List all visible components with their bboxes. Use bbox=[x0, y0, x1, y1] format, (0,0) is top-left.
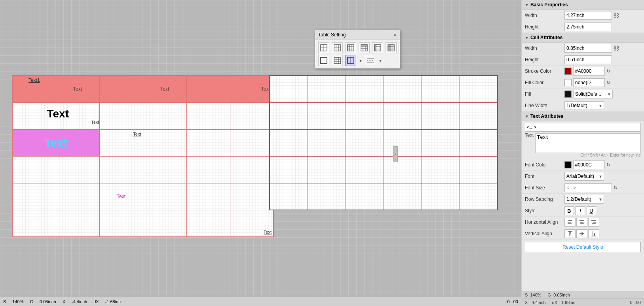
table-row[interactable]: Text bbox=[12, 210, 274, 237]
fill-color-swatch[interactable] bbox=[564, 79, 572, 86]
bold-button[interactable]: B bbox=[564, 206, 574, 215]
text-placeholder-input[interactable] bbox=[525, 123, 641, 132]
table-cell[interactable]: Text bbox=[12, 129, 99, 156]
table-icon-10[interactable] bbox=[365, 55, 376, 66]
cell-attributes-header[interactable]: ▼ Cell Attributes bbox=[522, 33, 644, 43]
table-icon-7[interactable] bbox=[318, 55, 329, 66]
font-select[interactable]: Arial(Default) bbox=[564, 172, 604, 181]
table-icon-3[interactable] bbox=[345, 42, 356, 53]
table-cell[interactable] bbox=[384, 183, 422, 210]
text-attributes-header[interactable]: ▼ Text Attributes bbox=[522, 111, 644, 121]
font-color-input[interactable] bbox=[573, 161, 605, 169]
table-cell[interactable]: Text bbox=[56, 76, 99, 102]
table-cell[interactable] bbox=[308, 129, 346, 156]
table-row[interactable] bbox=[270, 156, 498, 183]
table-cell[interactable] bbox=[270, 102, 308, 129]
table-cell[interactable] bbox=[460, 76, 498, 102]
table-cell[interactable] bbox=[384, 76, 422, 102]
icon-dropdown-2[interactable]: ▼ bbox=[378, 59, 382, 63]
right-table[interactable] bbox=[269, 75, 498, 210]
table-cell[interactable] bbox=[99, 102, 143, 129]
table-cell[interactable] bbox=[422, 102, 460, 129]
table-cell[interactable] bbox=[230, 183, 274, 210]
h-align-left-button[interactable] bbox=[564, 218, 576, 227]
height-input[interactable] bbox=[564, 23, 612, 31]
table-cell[interactable] bbox=[460, 129, 498, 156]
table-row[interactable] bbox=[270, 102, 498, 129]
table-cell[interactable] bbox=[422, 183, 460, 210]
table-cell[interactable] bbox=[308, 102, 346, 129]
table-cell[interactable]: Text bbox=[230, 210, 274, 237]
table-cell[interactable] bbox=[460, 102, 498, 129]
stroke-color-swatch[interactable] bbox=[564, 68, 572, 75]
table-cell[interactable] bbox=[384, 156, 422, 183]
table-cell[interactable] bbox=[186, 129, 230, 156]
text-textarea[interactable]: Text bbox=[535, 133, 641, 153]
table-cell[interactable] bbox=[230, 156, 274, 183]
table-cell[interactable] bbox=[12, 210, 56, 237]
table-cell[interactable] bbox=[186, 156, 230, 183]
table-cell[interactable] bbox=[270, 129, 308, 156]
table-row[interactable]: Text Text bbox=[12, 102, 274, 129]
h-align-right-button[interactable] bbox=[588, 218, 599, 227]
table-cell[interactable] bbox=[186, 183, 230, 210]
table-row[interactable]: Text bbox=[12, 183, 274, 210]
table-cell[interactable] bbox=[186, 76, 230, 102]
table-cell[interactable] bbox=[422, 156, 460, 183]
table-cell[interactable] bbox=[186, 102, 230, 129]
table-cell[interactable] bbox=[308, 183, 346, 210]
table-cell[interactable] bbox=[143, 156, 186, 183]
table-icon-4[interactable] bbox=[359, 42, 370, 53]
table-cell[interactable] bbox=[99, 76, 143, 102]
line-width-select[interactable]: 1(Default) bbox=[564, 101, 604, 110]
table-cell[interactable] bbox=[346, 129, 384, 156]
table-row[interactable]: Text Text bbox=[12, 129, 274, 156]
table-cell[interactable] bbox=[270, 183, 308, 210]
table-icon-8[interactable] bbox=[332, 55, 343, 66]
table-cell[interactable] bbox=[143, 210, 186, 237]
table-cell[interactable] bbox=[99, 156, 143, 183]
table-cell[interactable] bbox=[230, 102, 274, 129]
table-cell[interactable] bbox=[384, 129, 422, 156]
table-cell[interactable] bbox=[422, 76, 460, 102]
stroke-refresh-icon[interactable]: ↻ bbox=[606, 68, 610, 74]
cell-height-input[interactable] bbox=[564, 55, 612, 64]
width-input[interactable] bbox=[564, 11, 612, 20]
table-cell[interactable]: Text bbox=[143, 76, 186, 102]
table-cell[interactable] bbox=[422, 129, 460, 156]
table-row[interactable]: Text1 Text Text Text bbox=[12, 76, 274, 102]
table-setting-close-button[interactable]: × bbox=[393, 32, 397, 38]
h-align-center-button[interactable] bbox=[576, 218, 587, 227]
table-cell[interactable] bbox=[346, 156, 384, 183]
table-cell[interactable]: Text bbox=[99, 183, 143, 210]
table-cell[interactable] bbox=[99, 210, 143, 237]
font-color-refresh-icon[interactable]: ↻ bbox=[606, 162, 610, 168]
fill-type-swatch[interactable] bbox=[564, 91, 572, 98]
lock-icon[interactable]: ⛓ bbox=[614, 12, 619, 19]
table-cell[interactable] bbox=[346, 102, 384, 129]
reset-default-style-button[interactable]: Reset Default Style bbox=[525, 242, 641, 252]
table-cell[interactable]: Text1 bbox=[12, 76, 56, 102]
table-icon-2[interactable] bbox=[332, 42, 343, 53]
table-row[interactable] bbox=[270, 129, 498, 156]
cell-width-input[interactable] bbox=[564, 44, 612, 53]
table-cell[interactable]: Text Text bbox=[12, 102, 99, 129]
table-cell[interactable] bbox=[270, 156, 308, 183]
fill-color-input[interactable] bbox=[573, 78, 605, 87]
fill-refresh-icon[interactable]: ↻ bbox=[606, 80, 610, 85]
table-cell[interactable] bbox=[56, 156, 99, 183]
font-size-input[interactable] bbox=[564, 183, 612, 192]
table-cell[interactable] bbox=[230, 129, 274, 156]
italic-button[interactable]: I bbox=[576, 206, 585, 215]
cell-lock-icon[interactable]: ⛓ bbox=[614, 45, 619, 51]
underline-button[interactable]: U bbox=[587, 206, 596, 215]
table-cell[interactable] bbox=[143, 129, 186, 156]
table-cell[interactable]: Text bbox=[230, 76, 274, 102]
table-row[interactable] bbox=[270, 183, 498, 210]
left-table[interactable]: Text1 Text Text Text Text Text bbox=[12, 75, 274, 237]
stroke-color-input[interactable] bbox=[573, 67, 605, 76]
table-icon-9-border[interactable] bbox=[345, 55, 356, 66]
table-cell[interactable] bbox=[384, 102, 422, 129]
table-cell[interactable]: Text bbox=[99, 129, 143, 156]
font-color-swatch[interactable] bbox=[564, 161, 572, 168]
